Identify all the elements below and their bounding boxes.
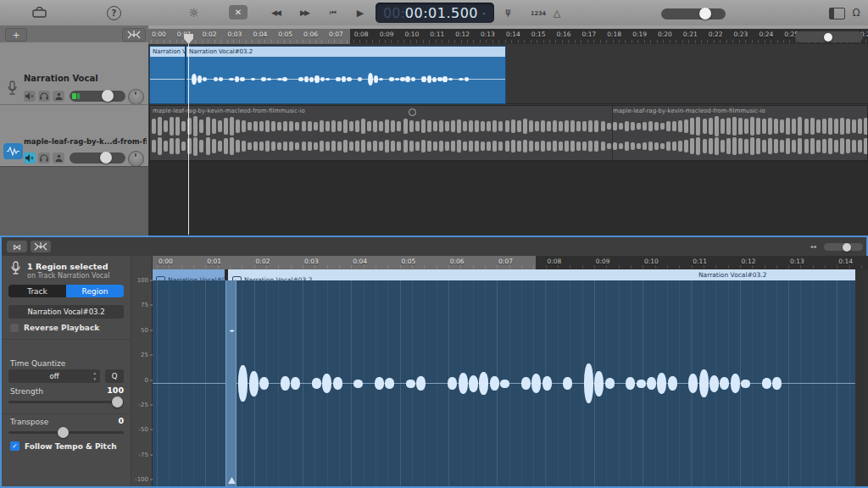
count-in-icon[interactable]: 1234 xyxy=(531,9,546,18)
region-narration-03-2[interactable]: Narration Vocal#03.2 xyxy=(186,46,506,104)
help-icon[interactable]: ? xyxy=(107,6,121,20)
mute-button[interactable] xyxy=(24,91,36,102)
music-waveform-bar xyxy=(314,122,318,130)
editor-ruler[interactable]: 0:000:010:020:030:040:050:060:070:080:09… xyxy=(153,256,868,269)
track-volume-knob[interactable] xyxy=(100,152,112,164)
horizontal-zoom-knob[interactable] xyxy=(824,33,832,42)
music-waveform-bar xyxy=(463,121,467,131)
music-waveform-bar xyxy=(684,119,688,133)
track-header-narration[interactable]: Narration Vocal xyxy=(0,42,148,104)
track-volume-knob[interactable] xyxy=(102,90,114,102)
reverse-playback-checkbox[interactable] xyxy=(10,324,19,332)
region-name-field[interactable]: Narration Vocal#03.2 xyxy=(8,305,124,319)
track-volume-slider[interactable] xyxy=(70,152,125,164)
music-waveform-bar xyxy=(349,141,353,150)
music-waveform-bar xyxy=(409,141,414,152)
master-volume-knob[interactable] xyxy=(699,8,711,19)
ruler-minor-ticks xyxy=(151,40,868,43)
music-waveform-bar xyxy=(588,141,593,151)
music-waveform-bar xyxy=(625,141,629,150)
waveform-blob xyxy=(459,78,464,81)
region-narration-03-1[interactable]: Narration Voc xyxy=(149,46,186,104)
editor-catch-button[interactable] xyxy=(31,241,51,252)
master-volume-slider[interactable] xyxy=(661,8,726,19)
music-waveform-bar xyxy=(427,141,431,151)
app-badge-icon[interactable]: ✕ xyxy=(229,5,248,19)
music-waveform-bar xyxy=(846,119,850,134)
go-to-beginning-button[interactable]: ⏮ xyxy=(326,7,341,19)
divider xyxy=(2,413,131,414)
monitoring-icon[interactable] xyxy=(53,152,64,164)
music-waveform-bar xyxy=(637,123,641,130)
region-music[interactable]: maple-leaf-rag-by-kevin-macleod-from-fil… xyxy=(149,105,868,161)
waveform-blob xyxy=(584,363,593,404)
track-name-label[interactable]: Narration Vocal xyxy=(24,74,98,83)
music-waveform-bar xyxy=(738,118,743,136)
waveform-blob xyxy=(298,77,303,81)
music-waveform-bar xyxy=(409,120,414,133)
music-waveform-bar xyxy=(295,122,299,130)
mute-button-active[interactable] xyxy=(24,152,36,164)
solo-headphones-icon[interactable] xyxy=(38,152,50,164)
waveform-blob xyxy=(240,77,245,81)
waveform-blob xyxy=(637,380,646,388)
music-waveform-bar xyxy=(492,141,497,152)
lcd-display[interactable]: 00: 00:01.500 ⌄ xyxy=(376,3,494,23)
waveform-blob xyxy=(198,75,203,83)
music-waveform-bar xyxy=(320,120,324,131)
track-name-label[interactable]: maple-leaf-rag-by-k...d-from-filmmusic-i… xyxy=(24,137,147,146)
play-button[interactable]: ▶ xyxy=(353,6,367,19)
brightness-icon[interactable]: ☼ xyxy=(186,5,201,19)
music-waveform-bar xyxy=(175,117,180,136)
quantize-q-button[interactable]: Q xyxy=(105,369,124,383)
metronome-icon[interactable]: △ xyxy=(551,7,563,19)
catch-playhead-button[interactable] xyxy=(122,28,146,42)
strength-knob[interactable] xyxy=(112,396,123,408)
music-waveform-bar xyxy=(271,141,275,151)
timeline-ruler[interactable]: 0:000:010:020:030:040:050:060:070:080:09… xyxy=(148,29,868,44)
music-waveform-bar xyxy=(529,141,533,151)
track-panel-toolbar: + xyxy=(0,25,148,43)
forward-button[interactable]: ▶▶ xyxy=(295,7,314,19)
track-panel-empty-area xyxy=(0,166,148,236)
follow-tempo-checkbox[interactable]: ✓ xyxy=(10,441,19,451)
tuning-fork-icon[interactable]: ⋔ xyxy=(502,6,514,19)
editor-region-strip-03-2[interactable]: ▶Narration Vocal#03.2 Narration Vocal#03… xyxy=(228,269,855,280)
waveform-blob xyxy=(465,77,470,81)
ruler-tick-label: 0:02 xyxy=(203,30,217,38)
editor-zoom-knob[interactable] xyxy=(843,243,851,252)
display-mode-icon[interactable] xyxy=(829,8,845,19)
lcd-chevron-icon[interactable]: ⌄ xyxy=(481,9,487,16)
solo-headphones-icon[interactable] xyxy=(38,91,50,102)
notifications-icon[interactable]: Ω xyxy=(850,6,862,19)
monitoring-icon[interactable] xyxy=(53,91,64,102)
music-waveform-bar xyxy=(721,140,725,153)
music-waveform-bar xyxy=(379,121,383,130)
music-waveform-bar xyxy=(181,121,186,131)
add-track-button[interactable]: + xyxy=(5,28,27,42)
music-waveform-bar xyxy=(834,140,838,153)
music-waveform-bar xyxy=(804,139,809,153)
tab-region[interactable]: Region xyxy=(66,285,124,297)
transpose-knob[interactable] xyxy=(58,427,69,438)
rewind-button[interactable]: ◀◀ xyxy=(266,7,285,19)
pan-knob[interactable] xyxy=(128,151,144,167)
track-volume-slider[interactable] xyxy=(70,91,125,102)
track-header-music[interactable]: maple-leaf-rag-by-k...d-from-filmmusic-i… xyxy=(0,104,148,167)
music-waveform-bar xyxy=(230,117,234,136)
waveform-blob xyxy=(320,77,326,81)
pan-knob[interactable] xyxy=(128,89,144,105)
toolbar: ? ☼ ✕ ◀◀ ▶▶ ⏮ ▶ ⇆ 00: 00:01.500 ⌄ ⋔ 1234… xyxy=(0,0,868,26)
tab-track[interactable]: Track xyxy=(8,285,66,297)
time-quantize-dropdown[interactable]: off ▴▾ xyxy=(8,369,100,383)
library-icon[interactable] xyxy=(31,6,47,19)
editor-waveform-area[interactable]: ◂▸ xyxy=(153,280,855,486)
editor-ruler-tick-label: 0:04 xyxy=(353,258,367,265)
music-waveform-bar xyxy=(541,120,545,133)
flex-time-button[interactable]: ⋈ xyxy=(7,241,27,252)
strength-slider[interactable] xyxy=(8,401,124,403)
waveform-blob xyxy=(385,378,394,389)
music-waveform-bar xyxy=(709,118,713,136)
garageband-window: ? ☼ ✕ ◀◀ ▶▶ ⏮ ▶ ⇆ 00: 00:01.500 ⌄ ⋔ 1234… xyxy=(0,0,868,488)
editor-region-strip-03-1[interactable]: ▶Narration Vocal#03.1 xyxy=(153,269,225,280)
